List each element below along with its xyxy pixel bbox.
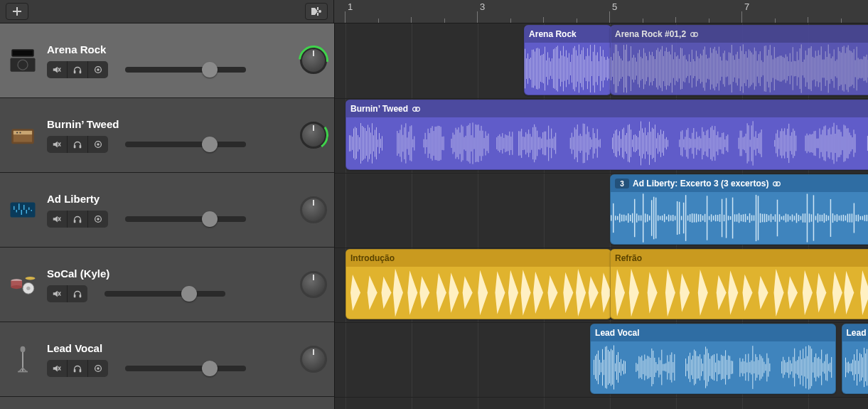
svg-rect-658 (687, 216, 688, 221)
svg-rect-274 (825, 51, 826, 86)
svg-rect-113 (600, 46, 601, 91)
svg-rect-778 (638, 356, 639, 378)
headphones-button[interactable] (68, 285, 87, 302)
svg-rect-231 (764, 46, 765, 92)
svg-rect-766 (612, 350, 613, 384)
timeline-ruler[interactable]: 1357 (334, 0, 868, 23)
svg-rect-445 (579, 136, 579, 152)
input-button[interactable] (88, 61, 108, 78)
track-name[interactable]: SoCal (Kyle) (47, 267, 293, 280)
svg-rect-529 (719, 137, 719, 149)
input-button[interactable] (88, 136, 108, 153)
audio-region[interactable]: Arena Rock (524, 25, 611, 95)
svg-rect-705 (788, 214, 788, 221)
audio-region[interactable]: Refrão (610, 249, 868, 319)
svg-rect-182 (695, 61, 695, 76)
input-button[interactable] (88, 360, 108, 377)
pan-knob[interactable] (300, 196, 327, 223)
svg-rect-104 (587, 48, 588, 89)
svg-rect-584 (827, 135, 827, 152)
svg-rect-206 (729, 52, 729, 85)
svg-rect-471 (626, 133, 627, 154)
mute-button[interactable] (47, 211, 68, 228)
svg-rect-498 (665, 139, 665, 147)
region-take-badge: 3 (615, 179, 629, 188)
audio-region[interactable]: 3Ad Liberty: Excerto 3 (3 excertos) (610, 174, 868, 245)
mute-button[interactable] (47, 136, 68, 153)
svg-rect-409 (509, 132, 510, 155)
audio-region[interactable]: Introdução (345, 249, 611, 319)
svg-rect-476 (633, 135, 634, 152)
svg-rect-888 (821, 350, 822, 386)
svg-rect-172 (680, 48, 681, 90)
pan-knob[interactable] (300, 47, 327, 74)
track-header[interactable]: Burnin’ Tweed (0, 98, 334, 173)
svg-rect-479 (638, 137, 638, 149)
svg-rect-700 (777, 200, 778, 237)
svg-point-44 (11, 285, 22, 289)
svg-rect-558 (781, 129, 782, 159)
pan-knob[interactable] (300, 122, 327, 149)
svg-rect-296 (857, 47, 857, 91)
track-name[interactable]: Burnin’ Tweed (47, 118, 293, 130)
svg-rect-673 (719, 214, 720, 222)
track-header[interactable]: SoCal (Kyle) (0, 248, 334, 322)
pan-knob[interactable] (300, 271, 327, 298)
mute-button[interactable] (47, 360, 68, 377)
headphones-button[interactable] (68, 360, 88, 377)
track-name[interactable]: Ad Liberty (47, 193, 293, 205)
svg-rect-629 (626, 216, 626, 221)
volume-slider[interactable] (125, 62, 246, 78)
svg-rect-843 (746, 363, 747, 373)
svg-rect-472 (628, 125, 628, 162)
audio-region[interactable]: Lead Vocal (590, 324, 836, 394)
svg-rect-300 (862, 59, 863, 78)
add-track-button[interactable] (6, 3, 28, 20)
svg-rect-90 (567, 58, 568, 80)
svg-rect-575 (814, 131, 815, 155)
svg-rect-762 (606, 346, 607, 389)
waveform (842, 341, 869, 393)
track-name[interactable]: Arena Rock (47, 43, 293, 55)
mute-button[interactable] (47, 61, 68, 78)
audio-region[interactable]: Lead (842, 324, 869, 394)
svg-rect-664 (700, 214, 701, 222)
svg-rect-139 (633, 55, 634, 83)
volume-slider[interactable] (105, 286, 225, 302)
audio-region[interactable]: Arena Rock #01,2 (610, 25, 868, 95)
track-name[interactable]: Lead Vocal (47, 342, 293, 354)
track-header[interactable]: Ad Liberty (0, 173, 334, 248)
svg-rect-400 (496, 137, 497, 149)
input-button[interactable] (88, 211, 108, 228)
svg-rect-209 (733, 55, 734, 82)
svg-rect-468 (622, 129, 623, 158)
svg-rect-115 (603, 50, 604, 87)
volume-slider[interactable] (125, 137, 246, 152)
headphones-button[interactable] (68, 136, 88, 153)
svg-rect-350 (404, 127, 404, 159)
audio-region[interactable]: Burnin’ Tweed (345, 100, 868, 170)
volume-slider[interactable] (125, 361, 246, 376)
svg-rect-361 (428, 129, 429, 158)
volume-slider[interactable] (125, 211, 246, 227)
svg-rect-145 (642, 58, 643, 79)
svg-rect-883 (814, 357, 815, 378)
svg-rect-336 (370, 132, 371, 154)
headphones-button[interactable] (68, 61, 88, 78)
track-header[interactable]: Arena Rock (0, 23, 334, 98)
svg-rect-228 (760, 51, 761, 86)
track-header[interactable]: Lead Vocal (0, 322, 334, 397)
svg-rect-855 (763, 362, 764, 373)
headphones-button[interactable] (68, 211, 88, 228)
svg-rect-841 (744, 361, 744, 373)
svg-rect-556 (778, 138, 779, 149)
library-filter-button[interactable] (305, 3, 328, 20)
pan-knob[interactable] (300, 346, 327, 373)
svg-rect-553 (774, 140, 775, 147)
mute-button[interactable] (47, 285, 68, 302)
waveform (346, 267, 611, 319)
svg-rect-418 (527, 134, 527, 152)
timeline-area[interactable]: Arena RockArena Rock #01,2Burnin’ Tweed3… (335, 23, 868, 409)
svg-rect-423 (534, 124, 535, 162)
svg-rect-210 (734, 60, 735, 78)
